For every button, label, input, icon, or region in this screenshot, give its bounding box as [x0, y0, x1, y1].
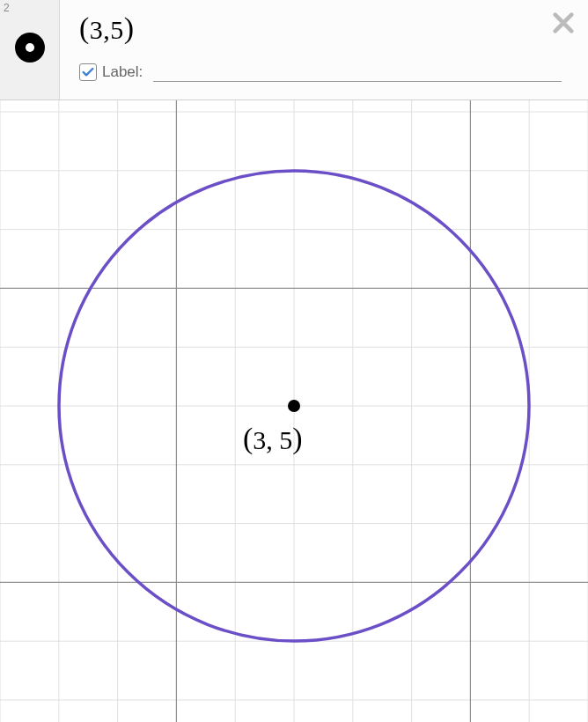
label-comma: ,	[266, 425, 279, 454]
label-option-row: Label:	[79, 62, 570, 82]
expression-editor-panel: 2 (3,5) Label:	[0, 0, 588, 100]
paren-open: (	[79, 11, 90, 44]
graph-area[interactable]: (3, 5)	[0, 100, 588, 722]
expression-row-handle[interactable]: 2	[0, 0, 60, 99]
label-paren-open: (	[243, 422, 253, 454]
plotted-point[interactable]	[288, 400, 300, 412]
checkmark-icon	[81, 65, 95, 79]
graph-svg	[0, 100, 588, 722]
expression-x: 3	[90, 15, 104, 44]
label-input[interactable]	[153, 62, 562, 82]
close-icon	[549, 9, 577, 37]
point-label[interactable]: (3, 5)	[243, 423, 303, 456]
row-number: 2	[4, 2, 10, 14]
label-paren-close: )	[292, 422, 302, 454]
label-caption: Label:	[102, 63, 143, 81]
expression-input[interactable]: (3,5)	[79, 12, 570, 46]
label-y: 5	[279, 425, 292, 454]
expression-y: 5	[110, 15, 124, 44]
point-style-inner	[26, 43, 34, 52]
close-button[interactable]	[549, 9, 577, 41]
paren-close: )	[124, 11, 135, 44]
expression-content: (3,5) Label:	[60, 0, 588, 99]
label-x: 3	[253, 425, 266, 454]
label-checkbox[interactable]	[79, 63, 97, 81]
point-style-icon[interactable]	[15, 33, 45, 63]
